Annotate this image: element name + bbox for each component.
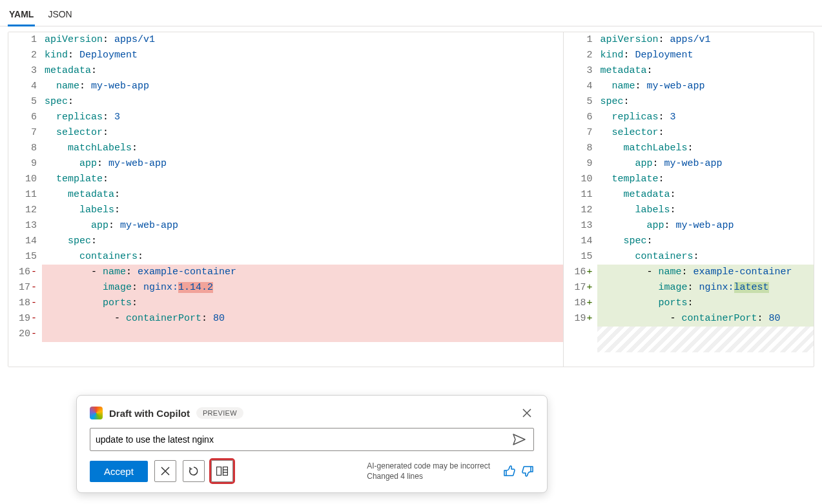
code-line[interactable]: selector: [597,125,814,141]
line-number: 1 [564,32,592,48]
line-number: 14 [8,234,37,249]
line-number: 7 [564,125,592,141]
line-number: 16- [8,265,37,280]
line-number: 12 [8,203,37,218]
code-line[interactable]: - name: example-container [42,265,563,280]
code-line[interactable]: image: nginx:1.14.2 [42,280,563,296]
code-line[interactable]: - name: example-container [597,265,814,280]
line-number: 4 [564,79,592,94]
line-number: 15 [8,249,37,265]
code-line[interactable]: app: my-web-app [42,156,563,172]
code-line[interactable]: matchLabels: [597,141,814,156]
code-line[interactable]: name: my-web-app [42,79,563,94]
diff-pane-original[interactable]: 12345678910111213141516-17-18-19-20-apiV… [8,32,564,367]
diff-pane-modified[interactable]: 12345678910111213141516+17+18+19+apiVers… [564,32,814,367]
line-number: 8 [564,141,592,156]
line-number: 10 [564,172,592,187]
code-line[interactable]: app: my-web-app [597,218,814,234]
code-line[interactable]: spec: [42,94,563,110]
code-line[interactable]: spec: [597,94,814,110]
copilot-prompt-input[interactable] [96,434,510,445]
line-number: 9 [8,156,37,172]
line-number: 18+ [564,296,592,311]
discard-button[interactable] [154,460,176,482]
line-number: 2 [564,48,592,63]
line-number: 4 [8,79,37,94]
code-line[interactable]: matchLabels: [42,141,563,156]
line-number: 13 [564,218,592,234]
line-number: 3 [8,63,37,79]
copilot-title: Draft with Copilot [109,408,190,419]
tab-json[interactable]: JSON [46,5,73,26]
code-line[interactable]: replicas: 3 [597,110,814,125]
code-line[interactable]: - containerPort: 80 [597,311,814,327]
svg-rect-1 [223,467,227,476]
line-number: 5 [8,94,37,110]
code-line[interactable]: image: nginx:latest [597,280,814,296]
preview-badge: PREVIEW [196,407,243,419]
line-number: 10 [8,172,37,187]
line-number: 1 [8,32,37,48]
code-line[interactable]: ports: [597,296,814,311]
code-line[interactable] [42,327,563,342]
line-number: 6 [564,110,592,125]
line-number: 6 [8,110,37,125]
code-line[interactable]: containers: [597,249,814,265]
line-number: 12 [564,203,592,218]
copilot-status-text: AI-generated code may be incorrect Chang… [367,461,490,481]
line-number: 19- [8,311,37,327]
line-number: 18- [8,296,37,311]
line-number: 11 [564,187,592,203]
line-number: 20- [8,327,37,342]
code-line[interactable]: replicas: 3 [42,110,563,125]
toggle-diff-view-button[interactable] [211,460,233,482]
code-line[interactable]: labels: [597,203,814,218]
code-line[interactable]: template: [597,172,814,187]
code-line[interactable]: metadata: [597,63,814,79]
line-number: 16+ [564,265,592,280]
code-line[interactable]: - containerPort: 80 [42,311,563,327]
code-line[interactable]: spec: [42,234,563,249]
code-line[interactable]: containers: [42,249,563,265]
tab-yaml[interactable]: YAML [8,5,35,26]
format-tabs: YAML JSON [0,0,822,26]
code-line[interactable]: metadata: [597,187,814,203]
send-button[interactable] [510,432,528,447]
regenerate-button[interactable] [183,460,205,482]
code-line[interactable]: name: my-web-app [597,79,814,94]
copilot-draft-panel: Draft with Copilot PREVIEW Accept AI-gen… [76,395,548,493]
code-line[interactable]: app: my-web-app [597,156,814,172]
code-line[interactable]: template: [42,172,563,187]
code-line[interactable]: kind: Deployment [597,48,814,63]
line-number: 15 [564,249,592,265]
svg-rect-0 [216,467,221,476]
accept-button[interactable]: Accept [90,461,148,482]
line-number: 3 [564,63,592,79]
code-line[interactable]: kind: Deployment [42,48,563,63]
diff-editor: 12345678910111213141516-17-18-19-20-apiV… [8,32,814,367]
line-number: 9 [564,156,592,172]
thumbs-down-button[interactable] [521,465,534,478]
code-line[interactable]: apiVersion: apps/v1 [597,32,814,48]
code-line[interactable]: selector: [42,125,563,141]
line-number: 5 [564,94,592,110]
code-line[interactable]: labels: [42,203,563,218]
line-number: 17- [8,280,37,296]
line-number: 8 [8,141,37,156]
copilot-icon [90,407,103,419]
code-line[interactable]: metadata: [42,63,563,79]
code-line[interactable]: app: my-web-app [42,218,563,234]
close-button[interactable] [520,406,534,420]
thumbs-up-button[interactable] [503,465,516,478]
line-number: 14 [564,234,592,249]
line-number: 13 [8,218,37,234]
code-line[interactable]: metadata: [42,187,563,203]
empty-diff-region [597,327,814,352]
code-line[interactable]: spec: [597,234,814,249]
code-line[interactable]: apiVersion: apps/v1 [42,32,563,48]
code-line[interactable]: ports: [42,296,563,311]
line-number: 7 [8,125,37,141]
line-number: 11 [8,187,37,203]
line-number: 19+ [564,311,592,327]
line-number: 2 [8,48,37,63]
